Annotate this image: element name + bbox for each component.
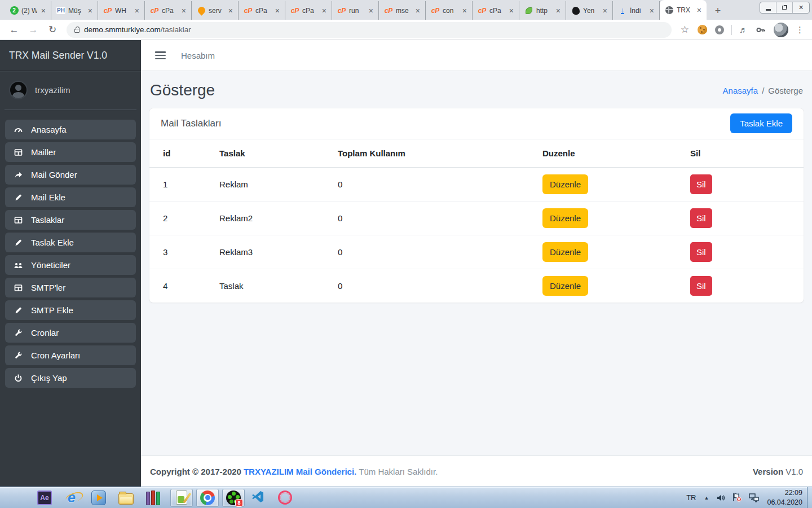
sidebar-item-smtp-ler[interactable]: SMTP'ler xyxy=(5,278,136,297)
address-bar[interactable]: demo.smmturkiye.com/taslaklar xyxy=(67,22,672,38)
sidebar-item-mail-g-nder[interactable]: Mail Gönder xyxy=(5,165,136,185)
sidebar-item-cron-ayarlar-[interactable]: Cron Ayarları xyxy=(5,345,136,365)
key-icon[interactable] xyxy=(756,25,766,35)
sidebar-item-mail-ekle[interactable]: Mail Ekle xyxy=(5,187,136,207)
edit-button[interactable]: Düzenle xyxy=(542,242,588,262)
browser-tab[interactable]: 2(2) W× xyxy=(5,1,51,20)
sidebar-item-taslak-ekle[interactable]: Taslak Ekle xyxy=(5,233,136,252)
edit-button[interactable]: Düzenle xyxy=(542,174,588,194)
tab-title: Yen xyxy=(583,7,598,15)
screen: 2(2) W×PHMüş×cPWH×cPcPa×serv×cPcPa×cPcPa… xyxy=(0,0,812,508)
tab-close-icon[interactable]: × xyxy=(133,6,141,15)
tab-title: WH xyxy=(115,7,130,15)
browser-tab[interactable]: http× xyxy=(519,1,566,20)
taskbar-app-winrar[interactable] xyxy=(143,489,162,507)
new-tab-button[interactable]: + xyxy=(710,3,726,19)
tab-close-icon[interactable]: × xyxy=(227,6,235,15)
window-controls: ✕ xyxy=(760,2,810,14)
browser-tab[interactable]: ↓İndi× xyxy=(613,1,660,20)
bookmark-star-icon[interactable]: ☆ xyxy=(681,24,689,36)
tab-close-icon[interactable]: × xyxy=(414,6,422,15)
browser-tab[interactable]: cPrun× xyxy=(332,1,379,20)
browser-toolbar: ← → ↻ demo.smmturkiye.com/taslaklar ☆ ♬ … xyxy=(0,20,812,40)
taskbar-app-internet-explorer[interactable]: e xyxy=(62,489,81,507)
browser-tab[interactable]: cPcon× xyxy=(426,1,473,20)
edit-button[interactable]: Düzenle xyxy=(542,276,588,296)
copyright-years: Copyright © 2017-2020 xyxy=(150,467,241,476)
add-draft-button[interactable]: Taslak Ekle xyxy=(730,113,792,133)
tab-close-icon[interactable]: × xyxy=(648,6,656,15)
taskbar-app-media-player[interactable] xyxy=(89,489,108,507)
edit-button[interactable]: Düzenle xyxy=(542,208,588,228)
browser-tab[interactable]: cPcPa× xyxy=(285,1,332,20)
sidebar-item-taslaklar[interactable]: Taslaklar xyxy=(5,210,136,230)
tab-close-icon[interactable]: × xyxy=(367,6,375,15)
sidebar-item-label: Çıkış Yap xyxy=(31,373,67,383)
volume-icon[interactable] xyxy=(716,493,725,502)
restore-button[interactable] xyxy=(776,2,793,13)
browser-tab[interactable]: cPWH× xyxy=(98,1,145,20)
taskbar-app-opera[interactable] xyxy=(275,489,294,507)
back-icon[interactable]: ← xyxy=(6,22,22,38)
browser-tab[interactable]: cPcPa× xyxy=(473,1,519,20)
tab-close-icon[interactable]: × xyxy=(601,6,609,15)
sidebar-item-cronlar[interactable]: Cronlar xyxy=(5,323,136,343)
tab-close-icon[interactable]: × xyxy=(461,6,469,15)
browser-tab[interactable]: Yen× xyxy=(566,1,613,20)
minimize-button[interactable] xyxy=(760,2,776,13)
delete-button[interactable]: Sil xyxy=(690,174,712,194)
tab-title: İndi xyxy=(630,7,645,15)
tab-close-icon[interactable]: × xyxy=(180,6,188,15)
browser-tab[interactable]: PHMüş× xyxy=(51,1,98,20)
taskbar-app-file-explorer[interactable] xyxy=(116,489,135,507)
forward-icon[interactable]: → xyxy=(25,22,41,38)
delete-button[interactable]: Sil xyxy=(690,242,712,262)
tab-close-icon[interactable]: × xyxy=(320,6,328,15)
browser-tab[interactable]: serv× xyxy=(192,1,239,20)
browser-tab[interactable]: TRX× xyxy=(660,0,707,20)
browser-tab[interactable]: cPcPa× xyxy=(145,1,192,20)
delete-button[interactable]: Sil xyxy=(690,276,712,296)
cell-taslak: Reklam3 xyxy=(214,235,332,269)
sidebar-item-smtp-ekle[interactable]: SMTP Ekle xyxy=(5,300,136,320)
taskbar-app-after-effects[interactable]: Ae xyxy=(35,489,54,507)
taskbar-app-notepad-plus[interactable] xyxy=(170,489,193,507)
media-list-icon[interactable]: ♬ xyxy=(739,25,748,34)
brand-link[interactable]: TRXYAZILIM Mail Gönderici. xyxy=(244,467,356,476)
taskbar-app-vscode[interactable] xyxy=(248,489,267,507)
taskbar-app-icq[interactable]: 8 xyxy=(222,489,245,507)
pma-flame-icon xyxy=(197,6,206,15)
action-center-flag-icon[interactable] xyxy=(732,493,742,502)
language-indicator[interactable]: TR xyxy=(686,493,696,502)
browser-menu-icon[interactable]: ⋮ xyxy=(796,25,804,35)
profile-avatar[interactable] xyxy=(774,23,788,37)
taskbar-app-chrome[interactable] xyxy=(196,489,219,507)
reload-icon[interactable]: ↻ xyxy=(45,22,60,38)
adblock-extension-icon[interactable] xyxy=(715,25,724,34)
show-desktop-button[interactable] xyxy=(807,487,812,508)
tab-close-icon[interactable]: × xyxy=(508,6,515,15)
clock[interactable]: 22:09 06.04.2020 xyxy=(767,488,802,507)
sidebar-item-mailler[interactable]: Mailler xyxy=(5,142,136,162)
tab-close-icon[interactable]: × xyxy=(695,6,703,15)
url-text[interactable]: demo.smmturkiye.com/taslaklar xyxy=(84,25,191,34)
close-button[interactable]: ✕ xyxy=(793,2,809,13)
menu-toggle-icon[interactable] xyxy=(155,51,166,59)
browser-tab[interactable]: cPcPa× xyxy=(239,1,285,20)
tab-close-icon[interactable]: × xyxy=(86,6,94,15)
tab-close-icon[interactable]: × xyxy=(39,6,47,15)
sidebar-item--k-yap[interactable]: Çıkış Yap xyxy=(5,368,136,388)
tray-expand-icon[interactable]: ▲ xyxy=(704,495,709,501)
delete-button[interactable]: Sil xyxy=(690,208,712,228)
account-link[interactable]: Hesabım xyxy=(181,51,215,60)
sidebar-item-y-neticiler[interactable]: Yöneticiler xyxy=(5,255,136,275)
breadcrumb-home-link[interactable]: Anasayfa xyxy=(723,86,758,95)
cookie-extension-icon[interactable] xyxy=(698,25,707,34)
users-icon xyxy=(12,261,24,270)
sidebar-item-anasayfa[interactable]: Anasayfa xyxy=(5,120,136,139)
tab-close-icon[interactable]: × xyxy=(273,6,281,15)
browser-tab[interactable]: cPmse× xyxy=(379,1,426,20)
vscode-icon xyxy=(251,490,264,506)
network-icon[interactable] xyxy=(749,493,759,502)
tab-close-icon[interactable]: × xyxy=(554,6,562,15)
